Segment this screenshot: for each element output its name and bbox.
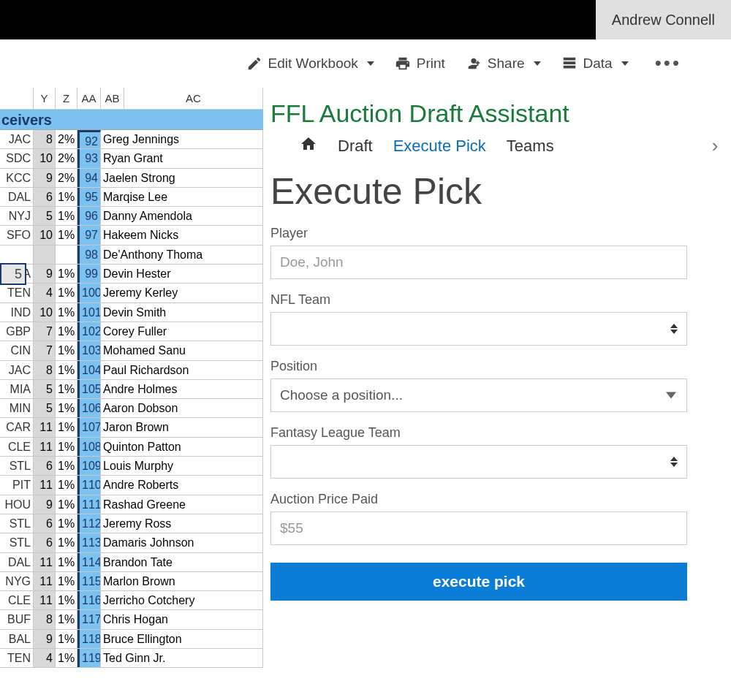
cell-value-a[interactable]: 5 [34,380,56,398]
cell-player-name[interactable]: Mohamed Sanu [101,341,263,359]
cell-value-a[interactable]: 8 [34,361,56,379]
cell-value-b[interactable]: 1% [56,418,77,436]
nav-execute-pick[interactable]: Execute Pick [393,137,486,156]
user-badge[interactable]: Andrew Connell [596,0,731,39]
cell-player-name[interactable]: Hakeem Nicks [101,226,263,244]
cell-value-a[interactable]: 6 [34,457,56,475]
cell-value-b[interactable]: 1% [56,322,77,341]
home-icon[interactable] [300,135,317,157]
col-header-y[interactable]: Y [34,88,56,110]
cell-team[interactable]: SDC [0,149,34,167]
cell-value-b[interactable]: 1% [56,514,77,533]
col-header-ac[interactable]: AC [124,88,263,110]
cell-team[interactable]: MIA [0,380,34,398]
cell-index[interactable]: 111 [77,495,101,514]
col-header-z[interactable]: Z [56,88,77,110]
col-header-blank[interactable] [0,88,34,110]
cell-player-name[interactable]: Aaron Dobson [101,399,263,417]
cell-value-b[interactable]: 1% [56,591,77,609]
cell-player-name[interactable]: De'Anthony Thoma [101,246,263,264]
col-header-ab[interactable]: AB [101,88,124,110]
cell-value-b[interactable]: 2% [56,130,77,148]
cell-player-name[interactable]: Chris Hogan [101,610,263,628]
table-row[interactable]: 98De'Anthony Thoma [0,246,263,265]
cell-player-name[interactable]: Louis Murphy [101,457,263,475]
cell-value-b[interactable] [56,246,77,264]
cell-index[interactable]: 99 [77,265,101,283]
cell-player-name[interactable]: Ryan Grant [101,149,263,167]
cell-team[interactable]: IND [0,303,34,322]
cell-team[interactable]: SFO [0,226,34,244]
cell-value-b[interactable]: 1% [56,438,77,456]
cell-team[interactable]: DAL [0,188,34,206]
cell-team[interactable]: PIT [0,476,34,494]
cell-team[interactable]: TEN [0,649,34,667]
cell-player-name[interactable]: Danny Amendola [101,207,263,225]
more-menu[interactable]: ••• [649,52,687,75]
cell-player-name[interactable]: Jaelen Strong [101,169,263,187]
table-row[interactable]: STL61%112Jeremy Ross [0,514,263,533]
cell-team[interactable]: KCC [0,169,34,187]
price-input[interactable] [270,511,687,545]
cell-value-a[interactable]: 11 [34,438,56,456]
cell-index[interactable]: 109 [77,457,101,475]
cell-index[interactable]: 117 [77,610,101,628]
cell-value-b[interactable]: 1% [56,476,77,494]
cell-index[interactable]: 93 [77,149,101,167]
table-row[interactable]: CLE111%108Quinton Patton [0,438,263,457]
cell-player-name[interactable]: Quinton Patton [101,438,263,456]
cell-value-a[interactable] [34,246,56,264]
cell-player-name[interactable]: Corey Fuller [101,322,263,341]
cell-value-a[interactable]: 5 [34,207,56,225]
table-row[interactable]: KCC92%94Jaelen Strong [0,169,263,188]
table-row[interactable]: SEA91%99Devin Hester [0,265,263,284]
nfl-team-select[interactable] [270,312,687,346]
table-row[interactable]: MIA51%105Andre Holmes [0,380,263,399]
cell-team[interactable]: MIN [0,399,34,417]
table-row[interactable]: BAL91%118Bruce Ellington [0,630,263,649]
cell-value-a[interactable]: 7 [34,322,56,341]
table-row[interactable]: BUF81%117Chris Hogan [0,610,263,629]
table-row[interactable]: NYG111%115Marlon Brown [0,572,263,591]
chevron-right-icon[interactable]: › [712,134,719,157]
cell-index[interactable]: 108 [77,438,101,456]
table-row[interactable]: IND101%101Devin Smith [0,303,263,322]
nav-draft[interactable]: Draft [338,137,373,156]
cell-value-a[interactable]: 11 [34,418,56,436]
cell-value-b[interactable]: 1% [56,341,77,359]
cell-value-a[interactable]: 8 [34,130,56,148]
cell-player-name[interactable]: Jeremy Ross [101,514,263,533]
table-row[interactable]: MIN51%106Aaron Dobson [0,399,263,418]
cell-index[interactable]: 116 [77,591,101,609]
cell-value-a[interactable]: 10 [34,303,56,322]
cell-team[interactable]: TEN [0,284,34,302]
cell-team[interactable]: HOU [0,495,34,514]
cell-player-name[interactable]: Jeremy Kerley [101,284,263,302]
table-row[interactable]: SDC102%93Ryan Grant [0,149,263,168]
cell-team[interactable] [0,246,34,264]
edit-workbook-button[interactable]: Edit Workbook [246,56,374,72]
cell-value-b[interactable]: 1% [56,495,77,514]
cell-player-name[interactable]: Rashad Greene [101,495,263,514]
cell-index[interactable]: 115 [77,572,101,590]
cell-value-b[interactable]: 2% [56,149,77,167]
cell-team[interactable]: NYJ [0,207,34,225]
cell-value-a[interactable]: 10 [34,226,56,244]
cell-value-b[interactable]: 1% [56,610,77,628]
fantasy-team-select[interactable] [270,445,687,479]
nav-teams[interactable]: Teams [507,137,554,156]
cell-player-name[interactable]: Marlon Brown [101,572,263,590]
cell-team[interactable]: DAL [0,553,34,571]
cell-value-b[interactable]: 1% [56,553,77,571]
table-row[interactable]: DAL111%114Brandon Tate [0,553,263,572]
cell-value-a[interactable]: 6 [34,188,56,206]
cell-team[interactable]: STL [0,457,34,475]
cell-value-a[interactable]: 11 [34,476,56,494]
cell-index[interactable]: 107 [77,418,101,436]
share-button[interactable]: Share [466,56,541,72]
cell-value-a[interactable]: 9 [34,169,56,187]
cell-team[interactable]: CIN [0,341,34,359]
cell-team[interactable]: CLE [0,591,34,609]
cell-index[interactable]: 119 [77,649,101,667]
data-button[interactable]: Data [561,56,629,72]
